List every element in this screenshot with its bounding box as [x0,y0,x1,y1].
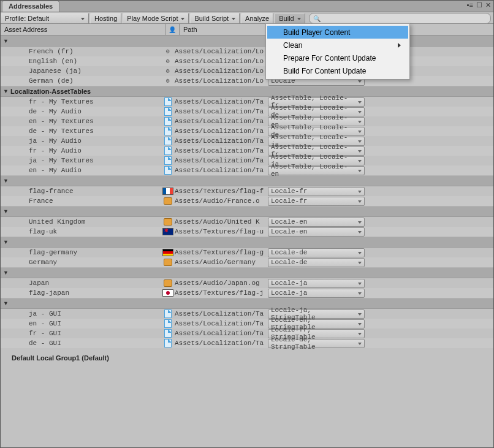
column-asset-address[interactable]: Asset Address [1,24,165,35]
group-title: Localization-AssetTables [10,88,91,95]
menu-item[interactable]: Build For Content Update [267,64,408,77]
menu-item[interactable]: Clean [267,39,408,51]
asset-page-icon [164,156,172,165]
asset-row[interactable]: Japanese (ja)⚙Assets/Localization/Lo [1,66,493,76]
asset-row[interactable]: fr - My TexturesAssets/Localization/TaAs… [1,97,493,107]
close-icon[interactable]: ✕ [485,1,491,9]
label-dropdown[interactable]: AssetTable, Locale-en [268,166,365,175]
asset-row[interactable]: de - GUIAssets/Localization/TaLocale-de,… [1,338,493,348]
asset-path: Assets/Audio/Germany [175,259,265,266]
asset-path: Assets/Textures/flag-g [175,249,265,256]
asset-name: de - My Audio [1,108,161,115]
group-header[interactable]: ▼ [1,36,493,47]
asset-name: ja - My Audio [1,137,161,145]
label-dropdown[interactable]: Locale-ja [268,289,365,298]
group-header[interactable]: ▼ [1,298,493,309]
asset-tree[interactable]: ▼French (fr)⚙Assets/Localization/LoEngli… [1,36,493,447]
addressables-window[interactable]: Addressables ▪≡ ☐ ✕ Profile: Default Hos… [0,0,494,448]
menu-item-label: Clean [283,41,302,50]
expand-triangle-icon: ▼ [3,88,9,94]
asset-row[interactable]: fr - GUIAssets/Localization/TaLocale-fr,… [1,328,493,338]
asset-row[interactable]: en - GUIAssets/Localization/TaLocale-en,… [1,319,493,328]
asset-row[interactable]: United KingdomAssets/Audio/United KLocal… [1,217,493,227]
profile-dropdown[interactable]: Profile: Default [1,13,89,24]
flag-uk-icon [162,228,173,235]
maximize-icon[interactable]: ☐ [476,1,482,9]
asset-row[interactable]: fr - My AudioAssets/Localization/TaAsset… [1,146,493,156]
label-text: Locale-fr [271,188,307,195]
asset-row[interactable]: English (en)⚙Assets/Localization/Lo [1,56,493,66]
asset-path: Assets/Textures/flag-j [175,289,265,297]
asset-path: Assets/Localization/Lo [175,58,265,65]
flag-germany-icon [162,249,173,256]
asset-page-icon [164,137,172,145]
asset-row[interactable]: flag-japanAssets/Textures/flag-jLocale-j… [1,288,493,298]
asset-row[interactable]: en - My AudioAssets/Localization/TaAsset… [1,165,493,175]
group-header[interactable]: ▼ [1,206,493,217]
asset-row[interactable]: flag-germanyAssets/Textures/flag-gLocale… [1,248,493,257]
asset-name: fr - GUI [1,330,161,337]
asset-name: flag-germany [1,249,161,256]
asset-page-icon [164,309,172,318]
build-dropdown-menu[interactable]: Build Player ContentCleanPrepare For Con… [265,23,410,80]
column-icon[interactable]: 👤 [165,24,180,35]
group-header[interactable]: ▼ [1,175,493,186]
menu-item[interactable]: Build Player Content [267,26,408,39]
label-dropdown[interactable]: Locale-de [268,258,365,267]
asset-row[interactable]: FranceAssets/Audio/France.oLocale-fr [1,196,493,206]
asset-row[interactable]: en - My TexturesAssets/Localization/TaAs… [1,116,493,126]
analyze-button[interactable]: Analyze [241,13,273,24]
asset-path: Assets/Localization/Lo [175,67,265,75]
label-dropdown[interactable]: Locale-ja [268,279,365,288]
gear-icon: ⚙ [166,77,170,85]
asset-row[interactable]: ja - GUIAssets/Localization/TaLocale-ja,… [1,309,493,319]
label-dropdown[interactable]: Locale-de, StringTable [268,339,365,348]
label-dropdown[interactable]: Locale-fr [268,187,365,196]
search-field[interactable]: 🔍 [309,13,491,24]
label-dropdown[interactable]: Locale-fr [268,197,365,206]
asset-path: Assets/Localization/Ta [175,118,265,125]
tab-addressables[interactable]: Addressables [2,1,59,12]
label-dropdown[interactable]: Locale-en [268,218,365,227]
asset-name: French (fr) [1,48,161,55]
asset-row[interactable]: ja - My AudioAssets/Localization/TaAsset… [1,136,493,146]
play-mode-script-dropdown[interactable]: Play Mode Script [123,13,189,24]
asset-row[interactable]: ja - My TexturesAssets/Localization/TaAs… [1,156,493,165]
asset-path: Assets/Textures/flag-u [175,228,265,235]
asset-page-icon [164,146,172,155]
label-text: AssetTable, Locale-en [271,163,355,178]
asset-row[interactable]: German (de)⚙Assets/Localization/LoLocale [1,76,493,86]
menu-item-label: Build Player Content [283,28,350,37]
asset-name: fr - My Audio [1,147,161,154]
group-header[interactable]: ▼Localization-AssetTables [1,86,493,97]
asset-path: Assets/Localization/Ta [175,157,265,164]
asset-path: Assets/Localization/Ta [175,310,265,317]
expand-triangle-icon: ▼ [3,300,9,306]
label-text: Locale-ja [271,279,307,287]
asset-row[interactable]: de - My TexturesAssets/Localization/TaAs… [1,126,493,136]
asset-page-icon [164,117,172,126]
asset-path: Assets/Localization/Ta [175,167,265,174]
label-dropdown[interactable]: Locale-de [268,248,365,257]
hosting-button[interactable]: Hosting [90,13,121,24]
label-text: Locale-en [271,228,307,235]
group-header[interactable]: ▼ [1,237,493,248]
label-text: Locale-fr [271,197,307,205]
asset-name: flag-france [1,188,161,195]
asset-row[interactable]: flag-franceAssets/Textures/flag-fLocale-… [1,186,493,196]
build-dropdown[interactable]: Build [275,13,305,24]
asset-row[interactable]: JapanAssets/Audio/Japan.ogLocale-ja [1,278,493,288]
asset-row[interactable]: flag-ukAssets/Textures/flag-uLocale-en [1,227,493,237]
build-script-dropdown[interactable]: Build Script [190,13,240,24]
asset-name: English (en) [1,58,161,65]
asset-row[interactable]: GermanyAssets/Audio/GermanyLocale-de [1,257,493,267]
label-dropdown[interactable]: Locale-en [268,227,365,237]
window-menu-icon[interactable]: ▪≡ [467,1,473,9]
asset-row[interactable]: French (fr)⚙Assets/Localization/Lo [1,47,493,56]
menu-item[interactable]: Prepare For Content Update [267,51,408,64]
audio-icon [164,218,172,226]
asset-row[interactable]: de - My AudioAssets/Localization/TaAsset… [1,107,493,116]
flag-france-icon [162,188,173,195]
default-local-group[interactable]: Default Local Group1 (Default) [1,353,493,363]
group-header[interactable]: ▼ [1,267,493,278]
